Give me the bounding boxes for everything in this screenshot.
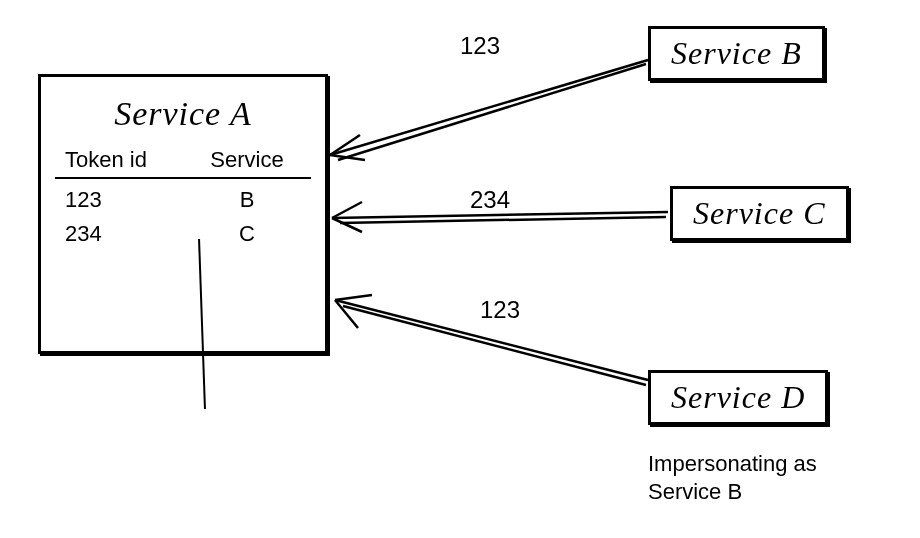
token-table: Token id Service 123 B 234 C — [55, 147, 311, 247]
impersonation-note: Impersonating as Service B — [648, 450, 868, 505]
table-row: 123 B — [55, 179, 311, 213]
svg-line-0 — [330, 60, 648, 155]
cell-token-id: 123 — [55, 187, 183, 213]
arrow-label-d: 123 — [480, 296, 520, 324]
svg-line-11 — [335, 300, 358, 328]
arrow-label-b: 123 — [460, 32, 500, 60]
cell-service: C — [183, 221, 311, 247]
cell-token-id: 234 — [55, 221, 183, 247]
svg-line-2 — [330, 135, 360, 155]
arrow-label-c: 234 — [470, 186, 510, 214]
table-row: 234 C — [55, 213, 311, 247]
service-a-box: Service A Token id Service 123 B 234 C — [38, 74, 328, 354]
svg-line-6 — [332, 202, 362, 218]
svg-line-3 — [330, 155, 365, 160]
svg-line-7 — [332, 218, 362, 232]
table-vertical-rule — [198, 239, 206, 409]
svg-line-10 — [335, 295, 372, 300]
arrow-b-to-a — [330, 60, 648, 160]
col-header-service: Service — [183, 147, 311, 173]
col-header-token-id: Token id — [55, 147, 183, 173]
service-a-title: Service A — [55, 95, 311, 133]
service-b-box: Service B — [648, 26, 825, 81]
svg-line-1 — [338, 64, 646, 160]
service-c-box: Service C — [670, 186, 849, 241]
cell-service: B — [183, 187, 311, 213]
table-header: Token id Service — [55, 147, 311, 179]
service-d-box: Service D — [648, 370, 828, 425]
svg-line-5 — [340, 217, 666, 223]
